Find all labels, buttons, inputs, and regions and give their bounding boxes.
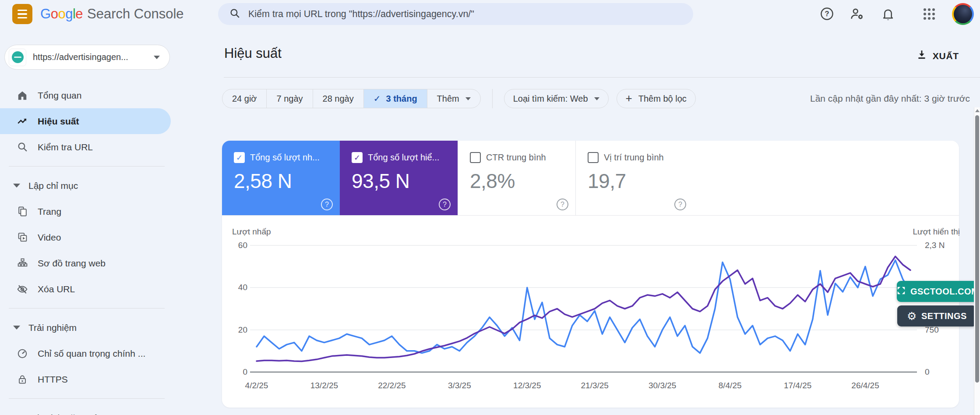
sidebar-item-pages[interactable]: Trang [0,199,171,224]
user-avatar[interactable] [952,3,974,25]
topbar-icons: ? [817,0,980,28]
property-selector[interactable]: https://advertisingagen... [4,45,170,70]
header-divider [224,77,980,78]
product-name: Search Console [87,6,184,22]
metric-value: 2,8% [470,169,575,193]
performance-icon [17,116,28,127]
right-axis-ticks: 2,3 N7500 [925,141,960,408]
vertical-separator [492,89,493,108]
add-filter-chip[interactable]: + Thêm bộ lọc [617,89,696,108]
performance-line-chart[interactable] [250,237,917,386]
settings-overlay-button[interactable]: ⚙ SETTINGS [897,305,976,326]
checkbox-impressions[interactable]: ✓ [352,152,363,163]
sidebar-item-overview[interactable]: Tổng quan [0,82,171,108]
help-button[interactable]: ? [817,4,836,24]
sidebar-item-https[interactable]: HTTPS [0,366,171,392]
user-settings-button[interactable] [848,4,867,24]
metric-row-filler [693,141,959,215]
chevron-down-icon [465,97,471,100]
help-icon[interactable]: ? [557,199,568,210]
apps-grid-icon[interactable] [920,4,939,24]
expand-icon [896,286,906,298]
magnifier-icon [17,142,28,153]
url-inspect-search-bar[interactable]: Kiểm tra mọi URL trong "https://advertis… [218,3,693,25]
checkbox-position[interactable]: ✓ [588,152,599,163]
gear-icon: ⚙ [907,311,917,322]
search-icon [229,8,240,21]
metric-value: 2,58 N [234,169,340,193]
sidebar-section-advanced[interactable]: Các tính năng nâng cao [0,405,171,415]
sidebar-item-performance[interactable]: Hiệu suất [0,108,171,134]
sidebar-section-experience[interactable]: Trải nghiệm [0,315,171,341]
download-icon [916,49,927,63]
sidebar-item-sitemaps[interactable]: Sơ đồ trang web [0,250,171,276]
performance-card: ✓ Tổng số lượt nh... 2,58 N ? ✓ Tổng số … [222,141,959,408]
date-range-chips: 24 giờ 7 ngày 28 ngày ✓ 3 tháng Thêm [222,89,481,108]
last-updated-text: Lần cập nhật gần đây nhất: 3 giờ trước [810,93,970,104]
triangle-down-icon [13,184,20,188]
app-logo[interactable]: Google Search Console [40,0,184,28]
pages-icon [17,206,28,217]
lock-icon [17,374,28,385]
sidebar-divider [9,308,165,309]
scrollbar-thumb[interactable] [975,115,979,383]
chevron-down-icon [594,97,599,100]
svg-text:?: ? [825,10,829,18]
chip-3m-selected[interactable]: ✓ 3 tháng [363,89,427,108]
chip-7d[interactable]: 7 ngày [266,89,312,108]
speedometer-icon [17,348,28,359]
sidebar-item-url-inspection[interactable]: Kiểm tra URL [0,134,171,160]
sitemap-icon [17,258,28,269]
sidebar-item-video[interactable]: Video [0,224,171,250]
search-placeholder: Kiểm tra mọi URL trong "https://advertis… [248,9,474,20]
scroll-up-arrow[interactable] [975,109,980,112]
eye-off-icon [17,284,28,295]
metric-tile-position[interactable]: ✓ Vị trí trung bình 19,7 ? [575,141,693,216]
home-icon [17,90,28,101]
filter-row: 24 giờ 7 ngày 28 ngày ✓ 3 tháng Thêm Loạ… [222,89,970,108]
sidebar-nav: Tổng quan Hiệu suất Kiểm tra URL Lập chỉ… [0,82,171,415]
help-icon[interactable]: ? [439,199,451,210]
vertical-scrollbar[interactable] [974,107,980,415]
topbar: Google Search Console Kiểm tra mọi URL t… [0,0,980,28]
chip-28d[interactable]: 28 ngày [313,89,363,108]
metric-tiles: ✓ Tổng số lượt nh... 2,58 N ? ✓ Tổng số … [222,141,959,216]
help-icon[interactable]: ? [674,199,686,210]
video-icon [17,232,28,243]
check-icon: ✓ [374,93,381,104]
triangle-down-icon [13,326,20,330]
metric-tile-impressions[interactable]: ✓ Tổng số lượt hiể... 93,5 N ? [340,141,458,216]
help-icon[interactable]: ? [321,199,333,210]
search-type-chip[interactable]: Loại tìm kiếm: Web [504,89,609,108]
sidebar-section-indexing[interactable]: Lập chỉ mục [0,173,171,199]
sidebar-divider [9,166,165,167]
export-button[interactable]: XUẤT [916,49,959,63]
sidebar-item-core-web-vitals[interactable]: Chỉ số quan trọng chính ... [0,341,171,366]
sidebar-item-removals[interactable]: Xóa URL [0,276,171,302]
left-axis-ticks: 6040200 [222,141,247,408]
chevron-down-icon [154,56,160,59]
property-url: https://advertisingagen... [33,52,154,62]
plus-icon: + [626,92,632,104]
page-title: Hiệu suất [224,46,282,61]
gsc-performance-screen: Google Search Console Kiểm tra mọi URL t… [0,0,980,415]
gsctool-overlay-button[interactable]: GSCTOOL.COM [897,281,978,302]
chip-24h[interactable]: 24 giờ [222,89,266,108]
checkbox-ctr[interactable]: ✓ [470,152,481,163]
google-logo: Google [40,6,83,22]
site-favicon [9,49,26,66]
metric-tile-ctr[interactable]: ✓ CTR trung bình 2,8% ? [458,141,575,216]
chip-more[interactable]: Thêm [427,89,480,108]
bell-icon[interactable] [878,4,898,24]
metric-value: 19,7 [588,169,693,193]
sidebar: https://advertisingagen... Tổng quan Hiệ… [0,28,171,415]
sidebar-divider [9,398,165,399]
hamburger-menu-button[interactable] [12,4,32,24]
metric-value: 93,5 N [352,169,458,193]
